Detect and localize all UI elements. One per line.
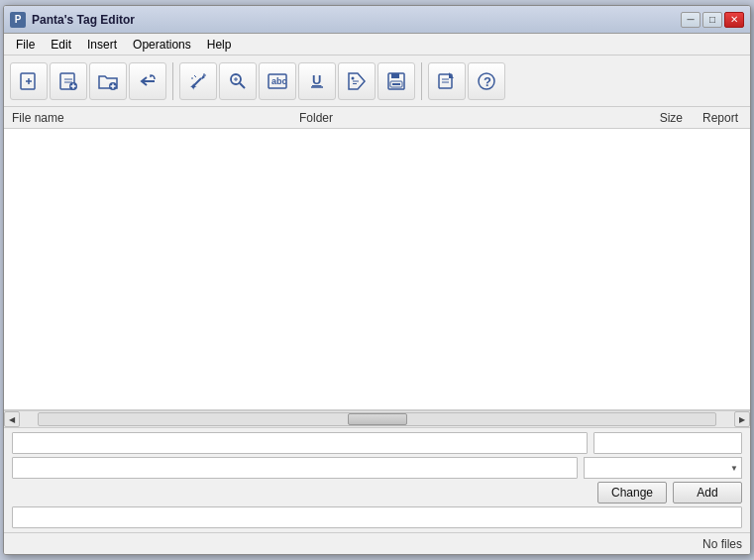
restore-button[interactable]: □ [702, 12, 722, 28]
bottom-row-3: Change Add [12, 482, 742, 504]
close-button[interactable]: ✕ [724, 12, 744, 28]
tag-type-select[interactable] [584, 457, 742, 479]
tag-button[interactable] [338, 62, 376, 100]
minimize-button[interactable]: ─ [681, 12, 700, 28]
col-header-report: Report [687, 111, 746, 125]
svg-text:✦: ✦ [189, 81, 197, 92]
bottom-row-2 [12, 457, 742, 479]
help-button[interactable]: ? [468, 62, 505, 100]
status-text: No files [702, 537, 742, 551]
bottom-panel: Change Add [4, 428, 750, 532]
add-file2-button[interactable] [50, 62, 87, 100]
toolbar-group-ops: ✦ abc U [179, 62, 422, 100]
col-header-size: Size [627, 111, 687, 125]
menu-insert[interactable]: Insert [79, 36, 125, 54]
save-button[interactable] [377, 62, 415, 100]
add-file-button[interactable] [10, 62, 48, 100]
tag-value-input[interactable] [593, 432, 742, 454]
svg-line-15 [194, 75, 196, 77]
scrollbar-track[interactable] [38, 412, 716, 426]
svg-text:U: U [312, 72, 321, 87]
scrollbar-thumb[interactable] [348, 413, 407, 425]
file-list-body[interactable] [4, 129, 750, 409]
toolbar: ✦ abc U [4, 56, 750, 107]
tag-name-input[interactable] [12, 432, 588, 454]
about-button[interactable] [428, 62, 466, 100]
menu-operations[interactable]: Operations [125, 36, 199, 54]
back-button[interactable] [129, 62, 166, 100]
svg-point-26 [352, 76, 355, 79]
bottom-row-4 [12, 506, 742, 528]
menu-file[interactable]: File [8, 36, 43, 54]
col-header-folder: Folder [295, 111, 627, 125]
window-controls: ─ □ ✕ [681, 12, 744, 28]
horizontal-scrollbar[interactable]: ◀ ▶ [4, 410, 750, 428]
bottom-row-1 [12, 432, 742, 454]
underline-button[interactable]: U [298, 62, 336, 100]
status-bar: No files [4, 532, 750, 554]
add-folder-button[interactable] [89, 62, 127, 100]
menu-bar: File Edit Insert Operations Help [4, 34, 750, 56]
search-button[interactable] [219, 62, 257, 100]
window-title: Panta's Tag Editor [32, 13, 675, 27]
app-icon: P [10, 12, 26, 28]
svg-rect-30 [391, 73, 399, 78]
svg-rect-32 [392, 83, 400, 85]
menu-edit[interactable]: Edit [43, 36, 79, 54]
svg-text:?: ? [484, 74, 491, 89]
toolbar-group-help: ? [428, 62, 511, 100]
svg-text:abc: abc [271, 76, 287, 86]
svg-line-19 [240, 83, 245, 88]
add-button[interactable]: Add [673, 482, 742, 504]
title-bar: P Panta's Tag Editor ─ □ ✕ [4, 6, 750, 34]
col-header-filename: File name [8, 111, 295, 125]
change-button[interactable]: Change [597, 482, 667, 504]
file-list-container: File name Folder Size Report [4, 107, 750, 410]
replace-text-button[interactable]: abc [259, 62, 296, 100]
toolbar-group-files [10, 62, 173, 100]
select-wrapper [584, 457, 742, 479]
scroll-right-button[interactable]: ▶ [734, 411, 750, 427]
comment-input[interactable] [12, 506, 742, 528]
scroll-left-button[interactable]: ◀ [4, 411, 20, 427]
menu-help[interactable]: Help [199, 36, 240, 54]
main-window: P Panta's Tag Editor ─ □ ✕ File Edit Ins… [3, 5, 751, 555]
file-list-header: File name Folder Size Report [4, 107, 750, 129]
magic-wand-button[interactable]: ✦ [179, 62, 217, 100]
tag-field-input[interactable] [12, 457, 578, 479]
